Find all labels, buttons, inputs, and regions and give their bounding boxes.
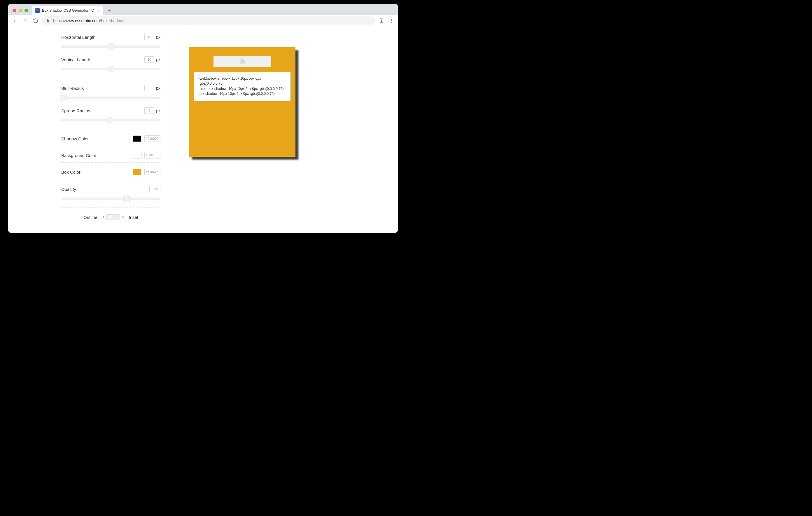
window-controls xyxy=(12,9,30,15)
control-shadow-color: Shadow Color xyxy=(61,133,161,144)
kebab-icon xyxy=(389,18,394,23)
tab-bar: Box Shadow CSS Generator | C × + xyxy=(8,4,398,15)
url-path: /box-shadow xyxy=(100,18,123,23)
input-opacity[interactable] xyxy=(149,186,161,192)
url-field[interactable]: https://www.cssmatic.com/box-shadow xyxy=(42,16,375,25)
close-tab-icon[interactable]: × xyxy=(96,8,100,13)
input-bg-color[interactable] xyxy=(144,152,161,159)
input-spread[interactable] xyxy=(144,107,154,114)
input-vertical[interactable] xyxy=(144,56,154,63)
label-vertical: Vertical Length xyxy=(61,57,90,62)
divider xyxy=(61,179,161,179)
control-inset-toggle: Outline Inset xyxy=(61,212,161,221)
url-host: www.cssmatic.com xyxy=(65,18,100,23)
ad-placeholder xyxy=(213,56,271,67)
svg-point-3 xyxy=(391,20,392,21)
new-tab-button[interactable]: + xyxy=(105,6,113,15)
browser-tab[interactable]: Box Shadow CSS Generator | C × xyxy=(32,6,103,15)
favicon-icon xyxy=(35,8,40,13)
svg-point-1 xyxy=(381,20,382,21)
maximize-window-icon[interactable] xyxy=(25,9,28,12)
unit-horizontal: px xyxy=(156,35,161,39)
toggle-switch[interactable] xyxy=(103,214,124,220)
lock-icon xyxy=(46,19,50,23)
slider-vertical[interactable] xyxy=(61,66,161,73)
control-bg-color: Background Color xyxy=(61,150,161,161)
css-line: box-shadow: 10px 10px 5px 0px rgba(0,0,0… xyxy=(199,91,286,96)
control-spread: Spread Radius px xyxy=(61,105,161,127)
slider-thumb[interactable] xyxy=(108,66,114,72)
slider-thumb[interactable] xyxy=(123,195,130,202)
controls-panel: Horizontal Length px Vertical Length xyxy=(61,31,161,221)
slider-thumb[interactable] xyxy=(108,44,114,50)
back-button[interactable] xyxy=(10,17,19,25)
input-horizontal[interactable] xyxy=(144,34,154,40)
divider xyxy=(61,129,161,129)
svg-point-2 xyxy=(391,19,392,20)
unit-spread: px xyxy=(156,108,161,113)
preview-box: -webkit-box-shadow: 10px 10px 5px 0px rg… xyxy=(189,47,295,157)
reload-button[interactable] xyxy=(31,17,40,25)
slider-spread[interactable] xyxy=(61,117,161,124)
control-horizontal: Horizontal Length px xyxy=(61,31,161,54)
page-content: Horizontal Length px Vertical Length xyxy=(8,26,398,233)
forward-button[interactable] xyxy=(21,17,29,25)
arrow-left-icon xyxy=(12,18,17,23)
label-blur: Blur Radius xyxy=(61,86,84,91)
slider-track xyxy=(61,97,161,99)
slider-horizontal[interactable] xyxy=(61,43,161,50)
unit-blur: px xyxy=(156,86,161,90)
indicator-left-icon xyxy=(103,216,105,218)
swatch-box-color[interactable] xyxy=(133,169,141,175)
css-output[interactable]: -webkit-box-shadow: 10px 10px 5px 0px rg… xyxy=(194,72,291,101)
puzzle-icon xyxy=(238,57,246,66)
profile-button[interactable] xyxy=(377,17,385,25)
toggle-label-right: Inset xyxy=(129,215,139,220)
control-blur: Blur Radius px xyxy=(61,82,161,105)
toolbar-right xyxy=(377,17,396,25)
label-horizontal: Horizontal Length xyxy=(61,35,96,40)
control-opacity: Opacity xyxy=(61,183,161,206)
close-window-icon[interactable] xyxy=(13,9,16,12)
slider-opacity[interactable] xyxy=(61,195,161,202)
control-vertical: Vertical Length px xyxy=(61,54,161,76)
slider-track xyxy=(61,197,161,200)
input-box-color[interactable] xyxy=(144,169,161,175)
browser-window: Box Shadow CSS Generator | C × + https:/… xyxy=(8,4,398,233)
preview-panel: -webkit-box-shadow: 10px 10px 5px 0px rg… xyxy=(189,47,312,157)
reload-icon xyxy=(33,18,38,23)
indicator-right-icon xyxy=(122,216,124,218)
swatch-shadow-color[interactable] xyxy=(133,135,141,142)
css-line: -moz-box-shadow: 10px 10px 5px 0px rgba(… xyxy=(199,86,286,91)
tab-title: Box Shadow CSS Generator | C xyxy=(42,8,94,12)
label-opacity: Opacity xyxy=(61,187,76,192)
css-line: -webkit-box-shadow: 10px 10px 5px 0px rg… xyxy=(199,76,286,86)
slider-thumb[interactable] xyxy=(60,94,66,101)
slider-thumb[interactable] xyxy=(106,117,112,124)
svg-point-4 xyxy=(391,22,392,23)
address-bar: https://www.cssmatic.com/box-shadow xyxy=(8,15,398,26)
divider xyxy=(61,162,161,163)
divider xyxy=(61,208,161,208)
divider xyxy=(61,78,161,78)
swatch-bg-color[interactable] xyxy=(133,152,141,159)
label-spread: Spread Radius xyxy=(61,108,90,113)
input-blur[interactable] xyxy=(144,85,154,91)
profile-icon xyxy=(379,18,384,23)
slider-blur[interactable] xyxy=(61,94,161,101)
unit-vertical: px xyxy=(156,57,161,62)
label-box-color: Box Color xyxy=(61,169,81,174)
url-protocol: https:// xyxy=(53,18,65,23)
label-shadow-color: Shadow Color xyxy=(61,136,89,141)
url-text: https://www.cssmatic.com/box-shadow xyxy=(53,18,123,23)
minimize-window-icon[interactable] xyxy=(19,9,22,12)
label-bg-color: Background Color xyxy=(61,153,96,158)
switch-thumb[interactable] xyxy=(107,215,112,220)
control-box-color: Box Color xyxy=(61,167,161,177)
menu-button[interactable] xyxy=(387,17,396,25)
input-shadow-color[interactable] xyxy=(144,135,161,142)
toggle-label-left: Outline xyxy=(83,215,97,220)
arrow-right-icon xyxy=(23,18,28,23)
